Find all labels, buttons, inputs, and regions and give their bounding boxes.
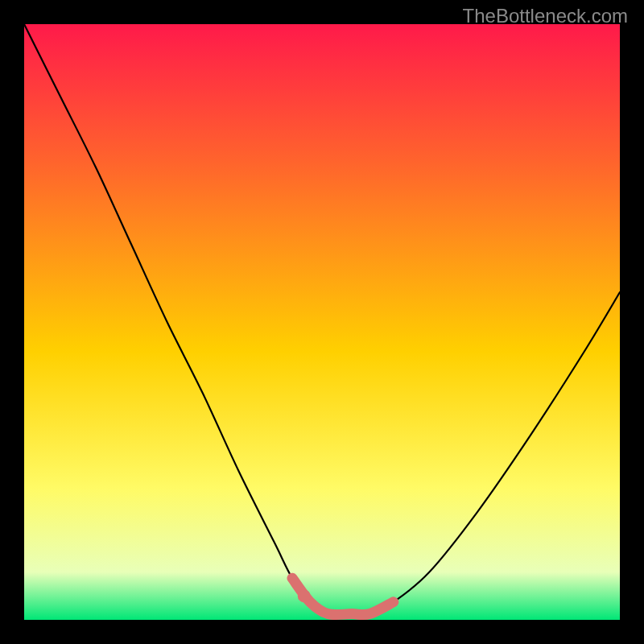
watermark: TheBottleneck.com xyxy=(463,5,628,27)
chart-container: TheBottleneck.com xyxy=(0,0,644,644)
svg-rect-0 xyxy=(24,24,620,620)
plot-background xyxy=(24,24,620,620)
